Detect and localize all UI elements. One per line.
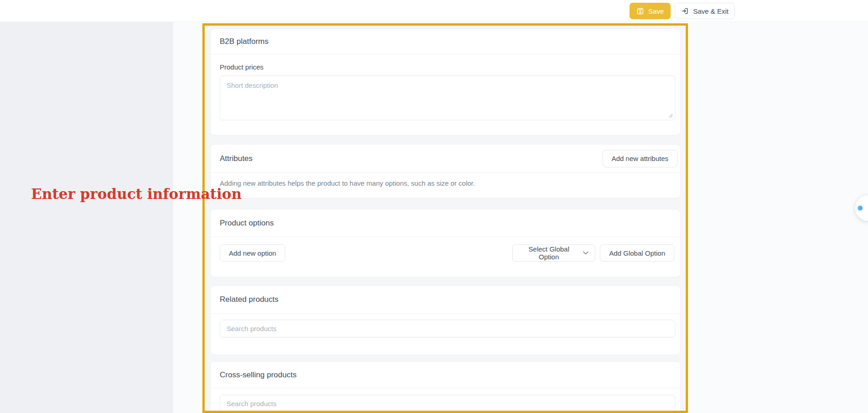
- add-new-option-button[interactable]: Add new option: [220, 244, 285, 262]
- card-product-options: Product options Add new option Select Gl…: [210, 209, 681, 277]
- card-header: B2B platforms: [211, 29, 680, 54]
- page: Save Save & Exit Enter product informati…: [0, 0, 868, 413]
- related-products-search-input[interactable]: [220, 320, 675, 338]
- save-and-exit-label: Save & Exit: [693, 7, 729, 15]
- card-title-product-options: Product options: [220, 219, 274, 228]
- cross-selling-search-input[interactable]: [220, 395, 675, 413]
- floppy-save-icon: [636, 7, 644, 15]
- product-options-toolbar: Add new option Select Global Option Add …: [220, 244, 674, 262]
- card-header: Cross-selling products: [211, 362, 680, 388]
- card-title-attributes: Attributes: [220, 154, 253, 163]
- short-description-textarea[interactable]: [220, 75, 675, 120]
- card-b2b-platforms: B2B platforms Product prices: [210, 28, 681, 135]
- card-header: Product options: [211, 209, 680, 237]
- chevron-down-icon: [583, 251, 588, 255]
- save-button[interactable]: Save: [630, 3, 671, 19]
- attributes-helper-text: Adding new attributes helps the product …: [220, 179, 671, 187]
- resize-handle-icon[interactable]: [668, 112, 673, 120]
- card-title-b2b-platforms: B2B platforms: [220, 37, 269, 46]
- exit-door-icon: [681, 7, 689, 15]
- topbar: Save Save & Exit: [0, 0, 868, 22]
- global-option-controls: Select Global Option Add Global Option: [512, 244, 674, 262]
- add-global-option-button[interactable]: Add Global Option: [600, 244, 674, 262]
- save-and-exit-button[interactable]: Save & Exit: [675, 3, 735, 19]
- product-prices-label: Product prices: [220, 63, 671, 71]
- card-header: Attributes Add new attributes: [211, 145, 680, 173]
- select-global-option-dropdown[interactable]: Select Global Option: [512, 244, 595, 262]
- card-title-related-products: Related products: [220, 295, 279, 304]
- add-new-attributes-button[interactable]: Add new attributes: [603, 150, 677, 167]
- select-global-option-label: Select Global Option: [519, 245, 578, 261]
- card-attributes: Attributes Add new attributes Adding new…: [210, 144, 681, 198]
- tutorial-highlight-frame: B2B platforms Product prices Attributes …: [202, 23, 688, 413]
- card-header: Related products: [211, 286, 680, 314]
- card-related-products: Related products: [210, 285, 681, 355]
- save-label: Save: [648, 7, 664, 15]
- chat-widget-icon: [858, 206, 863, 210]
- left-sidebar-panel: [0, 22, 173, 413]
- card-cross-selling-products: Cross-selling products: [210, 361, 681, 413]
- tutorial-annotation-text: Enter product information: [31, 186, 242, 202]
- short-description-field-wrap: [220, 75, 674, 122]
- card-title-cross-selling: Cross-selling products: [220, 370, 296, 380]
